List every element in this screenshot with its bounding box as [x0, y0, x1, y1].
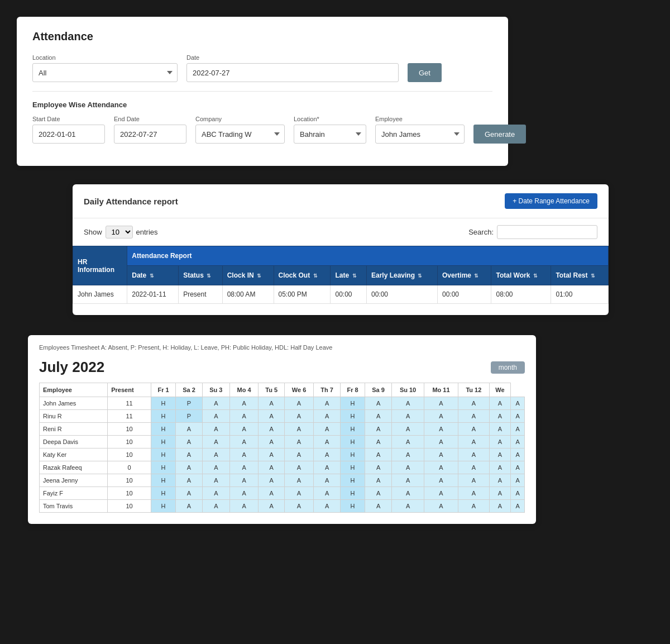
day-cell: H [340, 436, 365, 449]
overtime-sort-icon: ⇅ [474, 273, 478, 279]
month-button[interactable]: month [491, 361, 525, 374]
day-cell: A [314, 500, 341, 513]
list-item: Deepa Davis10HAAAAAAHAAAAAA [40, 436, 525, 449]
day-cell: A [202, 487, 229, 500]
day-cell: A [392, 436, 424, 449]
day-cell: A [229, 500, 259, 513]
day-cell: H [151, 500, 175, 513]
search-label: Search: [468, 228, 494, 236]
day-cell: A [365, 487, 392, 500]
employee-select[interactable]: John James [375, 125, 465, 144]
search-input[interactable] [497, 225, 597, 239]
date-group: Date [186, 54, 399, 82]
list-item: Fayiz F10HAAAAAAHAAAAAA [40, 487, 525, 500]
timesheet-th: Sa 9 [365, 383, 392, 397]
day-cell: A [229, 449, 259, 461]
employee-group: Employee John James [375, 116, 465, 144]
day-cell: A [259, 410, 285, 423]
day-cell-truncated: A [511, 461, 525, 474]
present-count-cell: 10 [108, 500, 151, 513]
day-cell: A [424, 461, 458, 474]
get-button[interactable]: Get [408, 63, 442, 82]
timesheet-th: Mo 11 [424, 383, 458, 397]
day-cell: A [202, 436, 229, 449]
company-label: Company [195, 116, 285, 122]
day-cell-truncated: A [511, 436, 525, 449]
list-item: Tom Travis10HAAAAAAHAAAAAA [40, 500, 525, 513]
company-select[interactable]: ABC Trading W [195, 125, 285, 144]
th-clock-in[interactable]: Clock IN ⇅ [222, 266, 274, 285]
day-cell: A [424, 436, 458, 449]
date-input[interactable] [186, 63, 399, 82]
day-cell: A [259, 397, 285, 410]
timesheet-th: Su 3 [202, 383, 229, 397]
month-header: July 2022 month [39, 359, 525, 376]
timesheet-th: Present [108, 383, 151, 397]
day-cell: A [392, 474, 424, 487]
table-controls: Show 10 25 50 entries Search: [73, 218, 609, 246]
day-cell: A [365, 397, 392, 410]
day-cell: A [229, 410, 259, 423]
day-cell-truncated: A [511, 500, 525, 513]
day-cell: A [314, 487, 341, 500]
th-total-rest[interactable]: Total Rest ⇅ [551, 266, 609, 285]
day-cell: A [314, 461, 341, 474]
entries-label: entries [136, 228, 158, 236]
start-date-group: Start Date [32, 116, 105, 144]
day-cell: A [458, 461, 489, 474]
entries-select[interactable]: 10 25 50 [106, 226, 133, 238]
day-cell: A [458, 474, 489, 487]
day-cell: H [340, 410, 365, 423]
day-cell: A [489, 436, 510, 449]
th-total-work[interactable]: Total Work ⇅ [491, 266, 551, 285]
day-cell: P [176, 410, 203, 423]
day-cell: A [229, 423, 259, 436]
day-cell: A [365, 461, 392, 474]
day-cell: A [392, 397, 424, 410]
day-cell: H [340, 461, 365, 474]
timesheet-legend: Employees Timesheet A: Absent, P: Presen… [39, 344, 525, 351]
day-cell: A [314, 474, 341, 487]
day-cell: A [176, 461, 203, 474]
day-cell: A [176, 436, 203, 449]
section2-title: Employee Wise Attendance [32, 101, 492, 109]
list-item: Reni R10HAAAAAAHAAAAAA [40, 423, 525, 436]
day-cell: A [314, 397, 341, 410]
generate-button[interactable]: Generate [473, 125, 526, 144]
day-cell-truncated: A [511, 487, 525, 500]
card2-title: Daily Attendance report [84, 197, 178, 206]
day-cell: A [229, 436, 259, 449]
th-overtime[interactable]: Overtime ⇅ [437, 266, 491, 285]
day-cell: A [202, 500, 229, 513]
date-range-button[interactable]: + Date Range Attendance [505, 193, 597, 209]
th-status[interactable]: Status ⇅ [179, 266, 223, 285]
start-date-input[interactable] [32, 125, 105, 144]
location2-select[interactable]: Bahrain [294, 125, 366, 144]
day-cell: H [340, 500, 365, 513]
day-cell: A [458, 397, 489, 410]
location2-group: Location* Bahrain [294, 116, 366, 144]
location-label: Location [32, 54, 178, 61]
day-cell: H [340, 449, 365, 461]
employee-name-cell: Tom Travis [40, 500, 108, 513]
day-cell-truncated: A [511, 449, 525, 461]
day-cell: A [458, 410, 489, 423]
day-cell: A [424, 474, 458, 487]
early-leaving-sort-icon: ⇅ [418, 273, 422, 279]
th-early-leaving[interactable]: Early Leaving ⇅ [366, 266, 437, 285]
list-item: Jeena Jenny10HAAAAAAHAAAAAA [40, 474, 525, 487]
day-cell: H [340, 423, 365, 436]
th-date[interactable]: Date ⇅ [127, 266, 179, 285]
day-cell: A [229, 487, 259, 500]
day-cell: A [176, 449, 203, 461]
day-cell: A [202, 461, 229, 474]
location-select[interactable]: All [32, 63, 178, 82]
th-clock-out[interactable]: Clock Out ⇅ [274, 266, 331, 285]
day-cell: A [392, 500, 424, 513]
end-date-input[interactable] [114, 125, 186, 144]
day-cell: A [489, 423, 510, 436]
show-label: Show [84, 228, 102, 236]
day-cell: A [489, 461, 510, 474]
th-late[interactable]: Late ⇅ [331, 266, 366, 285]
day-cell-truncated: A [511, 423, 525, 436]
